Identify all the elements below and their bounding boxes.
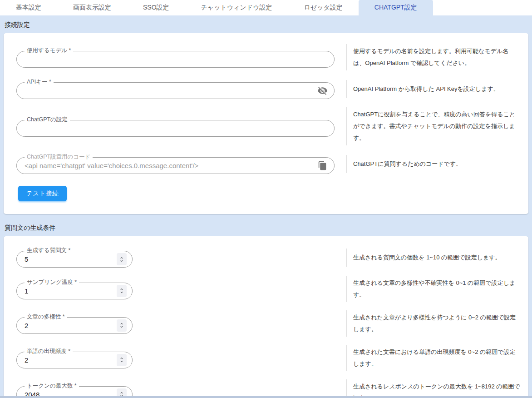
number-stepper[interactable] — [117, 253, 127, 265]
field-wrap: ChatGPT設置用のコード — [4, 154, 346, 174]
form-row: ChatGPT設置用のコード ChatGPTに質問するためのコードです。 — [4, 154, 528, 174]
tab-chatgpt-settings[interactable]: CHATGPT設定 — [359, 0, 433, 15]
form-row: 文章の多様性 * 生成された文章がより多様性を持つように 0~2 の範囲で設定し… — [4, 310, 528, 337]
tab-bar: 基本設定 画面表示設定 SSO設定 チャットウィンドウ設定 ロゼッタ設定 CHA… — [0, 0, 532, 15]
outlined-field: ChatGPTの設定 — [16, 120, 335, 137]
field-description: 生成されるレスポンスのトークンの最大数を 1~8192 の範囲で設定します。 — [346, 379, 522, 398]
tab-sso-settings[interactable]: SSO設定 — [127, 0, 185, 15]
field-wrap: 文章の多様性 * — [4, 313, 346, 334]
field-description-text: 生成された文書における単語の出現頻度を 0~2 の範囲で設定します。 — [353, 346, 520, 370]
field-wrap: 単語の出現頻度 * — [4, 348, 346, 368]
api-key-field[interactable] — [17, 83, 317, 99]
outlined-field: APIキー * — [16, 82, 335, 99]
field-description-text: OpenAI Platform から取得した API Keyを設定します。 — [353, 83, 499, 95]
page-bottom-edge — [0, 396, 532, 398]
tab-label: CHATGPT設定 — [374, 4, 417, 12]
outlined-field: 文章の多様性 * — [16, 317, 133, 334]
tab-rosetta-settings[interactable]: ロゼッタ設定 — [288, 0, 359, 15]
section-title: 質問文の生成条件 — [4, 214, 528, 236]
tab-basic-settings[interactable]: 基本設定 — [0, 0, 57, 15]
form-row: トークンの最大数 * 生成されるレスポンスのトークンの最大数を 1~8192 の… — [4, 379, 528, 398]
tab-label: チャットウィンドウ設定 — [201, 4, 272, 12]
field-description-text: 生成されるレスポンスのトークンの最大数を 1~8192 の範囲で設定します。 — [353, 381, 520, 398]
field-description-text: ChatGPTに役割を与えることで、精度の高い回答を得ることができます。書式やチ… — [353, 109, 520, 144]
form-row: 単語の出現頻度 * 生成された文書における単語の出現頻度を 0~2 の範囲で設定… — [4, 345, 528, 371]
field-wrap: トークンの最大数 * — [4, 383, 346, 398]
form-row: 使用するモデル * 使用するモデルの名前を設定します。利用可能なモデル名は、Op… — [4, 44, 528, 70]
field-label: APIキー * — [25, 79, 54, 85]
field-label: 生成する質問文 * — [25, 247, 73, 254]
field-description: 生成された文章がより多様性を持つように 0~2 の範囲で設定します。 — [346, 310, 522, 337]
field-description: ChatGPTに質問するためのコードです。 — [346, 155, 522, 173]
field-label: トークンの最大数 * — [25, 383, 79, 389]
field-description-text: 生成される文章の多様性や不確実性を 0~1 の範囲で設定します。 — [353, 277, 520, 301]
tab-label: SSO設定 — [143, 4, 169, 12]
field-description-text: 生成される質問文の個数を 1~10 の範囲で設定します。 — [353, 252, 501, 264]
section-card: 生成する質問文 * 生成される質問文の個数を 1~10 の範囲で設定します。 サ… — [4, 236, 528, 398]
number-stepper[interactable] — [117, 285, 127, 297]
field-description-text: 生成された文章がより多様性を持つように 0~2 の範囲で設定します。 — [353, 312, 520, 335]
field-description-text: ChatGPTに質問するためのコードです。 — [353, 158, 462, 170]
field-wrap: サンプリング温度 * — [4, 279, 346, 299]
outlined-field: 単語の出現頻度 * — [16, 352, 133, 368]
section-card: 使用するモデル * 使用するモデルの名前を設定します。利用可能なモデル名は、Op… — [4, 33, 528, 214]
field-description: 生成される質問文の個数を 1~10 の範囲で設定します。 — [346, 249, 522, 267]
number-stepper[interactable] — [117, 319, 127, 332]
button-row: テスト接続 — [4, 182, 528, 211]
field-label: ChatGPT設置用のコード — [25, 154, 93, 160]
field-description: OpenAI Platform から取得した API Keyを設定します。 — [346, 80, 522, 98]
section-title: 接続設定 — [4, 18, 528, 33]
outlined-field: サンプリング温度 * — [16, 283, 133, 299]
form-row: サンプリング温度 * 生成される文章の多様性や不確実性を 0~1 の範囲で設定し… — [4, 276, 528, 302]
outlined-field: 使用するモデル * — [16, 51, 335, 68]
tab-chat-window-settings[interactable]: チャットウィンドウ設定 — [185, 0, 288, 15]
settings-section: 質問文の生成条件 生成する質問文 * 生成される質問文の個数を 1~10 の範囲… — [4, 214, 528, 398]
settings-page: 接続設定 使用するモデル * 使用するモデルの名前を設定します。利用可能なモデル… — [0, 15, 532, 398]
field-label: サンプリング温度 * — [25, 279, 79, 286]
field-label: 単語の出現頻度 * — [25, 348, 73, 355]
field-wrap: APIキー * — [4, 79, 346, 99]
field-description: 使用するモデルの名前を設定します。利用可能なモデル名は、OpenAI Platf… — [346, 44, 522, 70]
field-description: 生成される文章の多様性や不確実性を 0~1 の範囲で設定します。 — [346, 276, 522, 302]
field-label: 文章の多様性 * — [25, 313, 67, 320]
form-row: ChatGPTの設定 ChatGPTに役割を与えることで、精度の高い回答を得るこ… — [4, 107, 528, 145]
field-description-text: 使用するモデルの名前を設定します。利用可能なモデル名は、OpenAI Platf… — [353, 45, 520, 69]
number-stepper[interactable] — [117, 354, 127, 366]
field-wrap: 使用するモデル * — [4, 47, 346, 68]
visibility-off-icon[interactable] — [317, 85, 328, 96]
copy-icon[interactable] — [317, 160, 328, 171]
form-row: 生成する質問文 * 生成される質問文の個数を 1~10 の範囲で設定します。 — [4, 247, 528, 268]
settings-section: 接続設定 使用するモデル * 使用するモデルの名前を設定します。利用可能なモデル… — [4, 18, 528, 214]
tab-label: ロゼッタ設定 — [304, 4, 343, 12]
test-connection-button[interactable]: テスト接続 — [18, 186, 67, 201]
field-description: 生成された文書における単語の出現頻度を 0~2 の範囲で設定します。 — [346, 345, 522, 371]
tab-label: 画面表示設定 — [73, 4, 111, 12]
outlined-field: 生成する質問文 * — [16, 251, 133, 268]
tab-label: 基本設定 — [16, 4, 41, 12]
field-wrap: ChatGPTの設定 — [4, 116, 346, 137]
tab-display-settings[interactable]: 画面表示設定 — [57, 0, 127, 15]
form-row: APIキー * OpenAI Platform から取得した API Keyを設… — [4, 79, 528, 99]
field-wrap: 生成する質問文 * — [4, 247, 346, 268]
field-description: ChatGPTに役割を与えることで、精度の高い回答を得ることができます。書式やチ… — [346, 107, 522, 145]
outlined-field: ChatGPT設置用のコード — [16, 157, 335, 174]
field-label: ChatGPTの設定 — [25, 116, 70, 123]
field-label: 使用するモデル * — [25, 47, 73, 54]
